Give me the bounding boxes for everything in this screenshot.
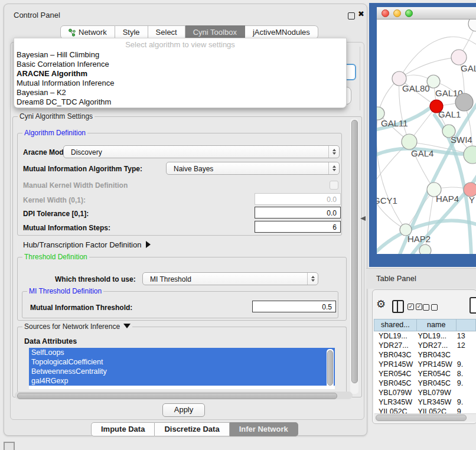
table-body[interactable]: YDL19...YDL19...13YDR27...YDR27...12YBR0… (374, 332, 476, 413)
tab-infer-network[interactable]: Infer Network (230, 422, 298, 436)
algorithm-option[interactable]: Bayesian – K2 (14, 88, 346, 97)
network-node-gal10[interactable] (427, 75, 440, 88)
column-header-name[interactable]: name (416, 319, 456, 331)
stepper-arrows-icon (328, 162, 339, 174)
table-row[interactable]: YIL052CYIL052C9 (374, 407, 476, 413)
attribute-item-selected[interactable]: gal4RGexp (29, 376, 335, 386)
table-cell: YDL19... (374, 332, 416, 341)
gear-icon[interactable]: ⚙ (376, 298, 386, 310)
tab-jactivemnodules[interactable]: jActiveMNodules (245, 25, 318, 39)
tab-discretize-data[interactable]: Discretize Data (155, 422, 229, 436)
network-canvas[interactable]: GALGAL80GAL10GAL11GAL4GAL1SWI4GCY1HAP4YH… (377, 19, 476, 254)
network-node-swi4[interactable] (464, 146, 476, 164)
table-hscrollbar-thumb[interactable] (376, 415, 467, 421)
cyni-settings-title: Cyni Algorithm Settings (18, 112, 94, 120)
tab-cyni-toolbox[interactable]: Cyni Toolbox (185, 25, 245, 39)
tab-label: jActiveMNodules (253, 26, 310, 38)
network-node[interactable] (468, 19, 476, 31)
table-cell: YBL079W (374, 389, 416, 398)
aracne-mode-select[interactable]: Discovery (63, 145, 340, 158)
tab-select[interactable]: Select (148, 25, 185, 39)
mi-type-select[interactable]: Naive Bayes (166, 162, 340, 175)
table-cell (456, 351, 476, 360)
table-row[interactable]: YPR145WYPR145W9. (374, 360, 476, 370)
sources-toggle[interactable]: Sources for Network Inference (22, 322, 132, 331)
table-row[interactable]: YDL19...YDL19...13 (374, 332, 476, 341)
network-node[interactable] (419, 244, 431, 254)
float-panel-icon[interactable] (348, 12, 355, 19)
table-cell: YLR345W (416, 398, 455, 407)
node-label: GAL (461, 63, 476, 73)
tab-network[interactable]: Network (60, 25, 115, 39)
node-table: shared...name (374, 319, 476, 331)
node-label: HAP4 (436, 194, 459, 204)
network-node-gal4[interactable] (402, 134, 417, 149)
table-cell: YER054C (374, 370, 416, 379)
hub-definition-toggle[interactable]: Hub/Transcription Factor Definition (23, 240, 151, 249)
attribute-item-selected[interactable]: SelfLoops (29, 348, 335, 357)
close-icon[interactable]: ✖ (358, 9, 364, 18)
collapse-down-icon (123, 324, 131, 328)
manual-kernel-checkbox[interactable] (330, 181, 338, 190)
algorithm-dropdown-popup: Select algorithm to view settings Bayesi… (14, 38, 347, 108)
algorithm-option[interactable]: Mutual Information Inference (14, 79, 346, 88)
column-header-cut[interactable] (456, 319, 476, 331)
table-row[interactable]: YLR345WYLR345W9. (374, 398, 476, 407)
column-header-shared...[interactable]: shared... (374, 319, 416, 331)
attribute-item-selected[interactable]: TopologicalCoefficient (29, 357, 335, 367)
network-edge[interactable] (377, 113, 406, 230)
network-window-titlebar[interactable] (377, 7, 476, 19)
attributes-scrollbar[interactable] (327, 349, 334, 388)
columns-icon[interactable] (392, 300, 404, 313)
minimize-window-icon[interactable] (393, 9, 401, 17)
algorithm-option[interactable]: ARACNE Algorithm (14, 69, 346, 79)
table-row[interactable]: YER054CYER054C8. (374, 370, 476, 379)
deselect-all-checkboxes-icon[interactable] (423, 304, 438, 311)
mi-threshold-field[interactable]: 0.5 (252, 301, 336, 312)
data-attributes-list[interactable]: SelfLoopsTopologicalCoefficientBetweenne… (29, 348, 335, 389)
table-cell: YBL079W (416, 389, 455, 398)
table-row[interactable]: YBL079WYBL079W (374, 389, 476, 398)
table-row[interactable]: YDR27...YDR27...12 (374, 341, 476, 351)
network-node[interactable] (455, 93, 473, 111)
table-cell: YIL052C (374, 407, 416, 413)
settings-hscrollbar[interactable] (15, 392, 353, 399)
network-graph: GALGAL80GAL10GAL11GAL4GAL1SWI4GCY1HAP4YH… (377, 19, 476, 254)
node-label: GAL1 (438, 109, 461, 119)
dpi-tolerance-field[interactable]: 0.0 (255, 207, 341, 219)
table-cell: 9 (456, 407, 476, 413)
node-label: SWI4 (451, 135, 472, 145)
network-icon (69, 28, 76, 37)
table-cell (456, 389, 476, 398)
mi-threshold-group-title: MI Threshold Definition (27, 287, 103, 295)
function-builder-icon[interactable] (470, 297, 476, 314)
docked-panel-icon[interactable] (4, 442, 15, 450)
select-all-checkboxes-icon[interactable]: ✓✓ (407, 304, 422, 310)
stepper-arrows-icon (328, 146, 339, 158)
algorithm-option[interactable]: Dream8 DC_TDC Algorithm (14, 97, 346, 107)
tab-impute-data[interactable]: Impute Data (91, 422, 155, 436)
mi-threshold-label: Mutual Information Threshold: (30, 304, 132, 312)
node-label: GCY1 (377, 195, 397, 206)
manual-kernel-label: Manual Kernel Width Definition (23, 181, 128, 190)
algorithm-option[interactable]: Bayesian – Hill Climbing (14, 50, 346, 60)
which-threshold-label: Which threshold to use: (55, 275, 136, 283)
table-row[interactable]: YBR045CYBR045C9. (374, 379, 476, 389)
node-label: GAL4 (411, 148, 433, 158)
tab-style[interactable]: Style (115, 25, 148, 39)
tab-label: Cyni Toolbox (193, 26, 237, 38)
algorithm-option[interactable]: Basic Correlation Inference (14, 60, 346, 69)
mi-steps-field[interactable]: 6 (255, 221, 341, 233)
apply-button[interactable]: Apply (162, 403, 205, 417)
close-window-icon[interactable] (382, 9, 389, 17)
attribute-item-selected[interactable]: BetweennessCentrality (29, 367, 335, 376)
mi-type-value: Naive Bayes (174, 165, 213, 173)
table-row[interactable]: YBR043CYBR043C (374, 351, 476, 360)
settings-scrollbar[interactable] (350, 119, 358, 394)
zoom-window-icon[interactable] (405, 9, 413, 17)
algorithm-list: Bayesian – Hill ClimbingBasic Correlatio… (14, 50, 346, 107)
kernel-width-field[interactable]: 0.0 (255, 193, 341, 205)
table-cell: 9. (456, 379, 476, 389)
tab-label: Network (79, 26, 107, 38)
which-threshold-select[interactable]: MI Threshold (142, 272, 318, 285)
